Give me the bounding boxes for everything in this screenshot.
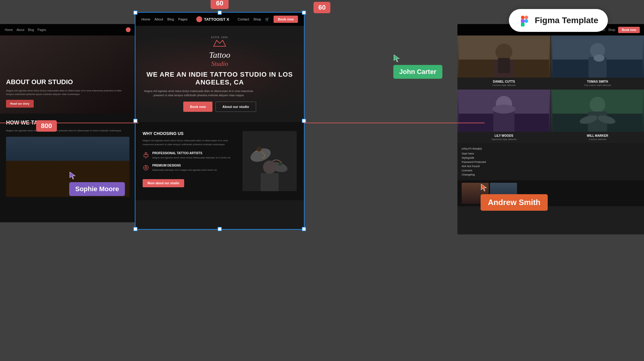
artist-image-1 [457, 35, 550, 78]
svg-point-3 [525, 19, 528, 23]
left-nav: Home About Blog Pages [0, 24, 135, 35]
read-story-button[interactable]: Read our story [6, 100, 34, 108]
utility-link-4[interactable]: 404 Not Found [462, 165, 640, 168]
artist-image-3 [457, 90, 550, 132]
utility-link-2[interactable]: Styleguide [462, 156, 640, 159]
handle-bl[interactable] [133, 227, 138, 231]
svg-point-28 [594, 54, 605, 62]
svg-marker-42 [481, 184, 487, 191]
utility-section: Utility Pages Start Here Styleguide Pass… [457, 143, 644, 180]
left-hero-content: ABOUT OUR STUDIO Magna nisl egestas amet… [6, 78, 129, 108]
sophie-cursor-arrow [69, 171, 76, 180]
svg-marker-41 [394, 55, 399, 62]
svg-point-36 [590, 97, 605, 112]
selection-width-badge: 60 [211, 0, 229, 9]
svg-rect-23 [498, 58, 510, 73]
handle-bm[interactable] [218, 227, 222, 231]
figma-template-label: Figma Template [535, 16, 598, 25]
utility-link-5[interactable]: Licenses [462, 169, 640, 172]
artist-info-3: LILY WOODS Japanese style tattooist [457, 132, 550, 143]
sophie-name-tag: Sophie Moore [69, 182, 125, 196]
artist-card-4: WILL MARKER Cartoon tattooist [551, 90, 644, 143]
left-bottom-section: HOW WE TATTOO Magna nisl egestas amet ne… [0, 114, 135, 222]
utility-title: Utility Pages [462, 147, 640, 150]
height-measurement-badge: 800 [36, 120, 57, 132]
left-nav-blog[interactable]: Blog [28, 28, 34, 32]
sophie-cursor: Sophie Moore [69, 171, 125, 196]
utility-link-1[interactable]: Start Here [462, 152, 640, 155]
svg-rect-0 [521, 16, 525, 19]
artist-name-1: DANIEL CUTTS [460, 80, 547, 83]
artist-name-2: TOMAS SMITH [554, 80, 641, 83]
about-title: ABOUT OUR STUDIO [6, 78, 129, 86]
measurement-line [0, 123, 138, 123]
artist-2-image [551, 35, 644, 78]
svg-point-33 [493, 105, 516, 114]
utility-link-3[interactable]: Password Protected [462, 161, 640, 164]
andrew-cursor-arrow [481, 183, 488, 192]
svg-point-21 [496, 44, 512, 60]
svg-rect-32 [494, 111, 515, 132]
artist-3-image [457, 90, 550, 132]
artist-info-2: TOMAS SMITH Pop culture style tattooist [551, 78, 644, 89]
artist-role-3: Japanese style tattooist [460, 138, 547, 141]
handle-mr[interactable] [302, 119, 306, 123]
handle-tl[interactable] [133, 11, 138, 15]
andrew-name-tag: Andrew Smith [481, 194, 548, 211]
svg-rect-1 [525, 16, 528, 19]
svg-rect-2 [521, 19, 525, 23]
svg-marker-40 [70, 172, 75, 179]
john-cursor: John Carter [393, 54, 442, 79]
artist-1-image [457, 35, 550, 78]
utility-links: Start Here Styleguide Password Protected… [462, 152, 640, 176]
handle-tm[interactable] [218, 11, 222, 15]
right-nav-shop[interactable]: Shop [608, 28, 615, 32]
artist-role-1: Cartoon style tattooist [460, 84, 547, 87]
artist-role-2: Pop culture style tattooist [554, 84, 641, 87]
artist-role-4: Cartoon tattooist [554, 138, 641, 141]
artist-card-1: DANIEL CUTTS Cartoon style tattooist [457, 35, 550, 89]
artist-info-4: WILL MARKER Cartoon tattooist [551, 132, 644, 143]
artist-info-1: DANIEL CUTTS Cartoon style tattooist [457, 78, 550, 89]
left-nav-pages[interactable]: Pages [38, 28, 46, 32]
measurement-line-right [304, 123, 485, 123]
artist-name-3: LILY WOODS [460, 134, 547, 137]
selection-box: 60 [135, 12, 305, 230]
left-logo-dot [126, 27, 131, 32]
artist-4-image [551, 90, 644, 132]
artist-name-4: WILL MARKER [554, 134, 641, 137]
artist-image-2 [551, 35, 644, 78]
left-hero: ABOUT OUR STUDIO Magna nisl egestas amet… [0, 35, 135, 114]
svg-rect-4 [521, 23, 525, 26]
left-nav-home[interactable]: Home [5, 28, 13, 32]
artist-card-3: LILY WOODS Japanese style tattooist [457, 90, 550, 143]
figma-logo-icon [519, 14, 531, 26]
artist-card-2: TOMAS SMITH Pop culture style tattooist [551, 35, 644, 89]
figma-template-badge[interactable]: Figma Template [509, 9, 608, 32]
john-cursor-arrow [393, 54, 401, 63]
right-book-button[interactable]: Book now [618, 27, 640, 33]
handle-tr[interactable] [302, 11, 306, 15]
john-name-tag: John Carter [393, 65, 442, 79]
handle-ml[interactable] [133, 119, 138, 123]
handle-br[interactable] [302, 227, 306, 231]
artists-grid: DANIEL CUTTS Cartoon style tattooist [457, 35, 644, 143]
about-desc: Magna nisl egestas amet netus lectus mal… [6, 89, 129, 96]
artist-image-4 [551, 90, 644, 132]
andrew-cursor: Andrew Smith [481, 183, 548, 211]
utility-link-6[interactable]: Changelog [462, 173, 640, 176]
canvas: 60 800 Figma Template Home About Blog Pa… [0, 0, 644, 361]
left-nav-about[interactable]: About [17, 28, 24, 32]
how-desc: Magna nisl egestas amet netus lectus sol… [6, 129, 129, 133]
width-measurement-badge: 60 [314, 2, 330, 13]
